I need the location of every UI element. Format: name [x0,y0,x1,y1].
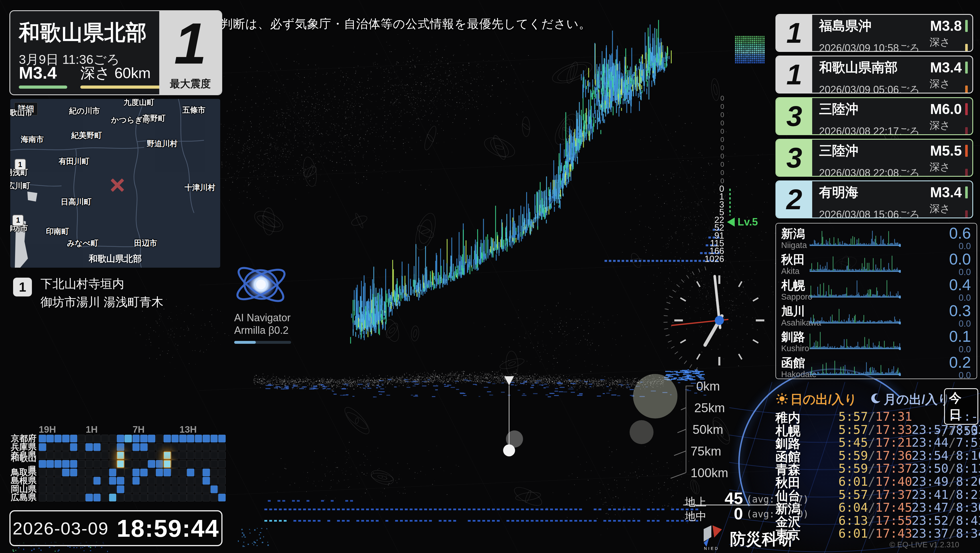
histogram-zero-column: 00000000000 [702,94,724,185]
heatmap-cells [39,435,226,442]
quake-magnitude: M3.4 [930,59,962,76]
map-place-label: 九度山町 [124,99,154,107]
depth-tick [965,127,968,135]
quake-datetime: 2026/03/08 22:17ごろ [819,124,920,135]
quake-magnitude: M3.8 [930,18,962,34]
sun-times: 6:01/17:40 [818,474,912,489]
station-value: 0.6 [933,224,971,242]
sun-times: 5:57/17:33 [818,422,912,437]
event-region-title: 和歌山県北部 [19,19,159,47]
svg-text:NIED: NIED [704,546,719,550]
sun-moon-row: 秋田 6:01/17:40 23:49/8:20 [775,474,978,488]
waveform-sparkline [810,254,901,273]
quake-intensity-badge: 1 [776,15,812,51]
quake-depth: 深さ10km [929,202,962,218]
sun-times: 5:59/17:37 [818,461,912,475]
station-row: 旭川 Asahikawa 0.3 0.0 [780,303,973,329]
quake-list-item[interactable]: 3 三陸沖 M6.0 2026/03/08 22:17ごろ 深さ10km [775,97,973,135]
heatmap-time-label: 19H [39,424,56,435]
quake-list-item[interactable]: 1 福島県沖 M3.8 2026/03/09 10:58ごろ 深さ60km [775,14,973,52]
epicenter-map-inset[interactable]: 詳細 和歌山市紀の川市九度山町かつらぎ町高野町五條市海南市紀美野町野迫川村有田川… [10,99,220,268]
eq-live-dashboard: 和歌山県北部 3月9日 11:36ごろ M3.4 深さ 60km 1 最大震度 [0,0,980,553]
map-place-label: 紀美野町 [71,130,102,140]
heatmap-time-label: 7H [132,424,145,435]
recent-quake-list: 1 福島県沖 M3.8 2026/03/09 10:58ごろ 深さ60km [775,14,973,222]
station-name-romaji: Akita [781,266,799,276]
depth-underline-bar [80,86,166,89]
prefecture-label: 広島県 [5,492,37,504]
depth-tick [965,210,968,218]
lv5-marker: Lv.5 [727,216,758,228]
sun-moon-row: 釧路 5:45/17:21 23:44/7:51 [775,435,978,448]
heatmap-row: 京都府 [5,434,226,443]
quake-list-item[interactable]: 1 和歌山県南部 M3.4 2026/03/09 05:06ごろ 深さ50km [775,56,973,94]
moonrise-moonset-header: 月の出/入り [884,391,950,408]
magnitude-tick [965,62,968,73]
depth-scale-label: 100km [690,466,728,488]
station-row: 函館 Hakodate 0.2 0.0 [780,354,973,380]
sun-times: 6:01/17:43 [818,526,912,540]
clock-time: 18:59:44 [116,514,219,542]
heatmap-cells [39,443,226,451]
depth-scale-label: 75km [690,444,728,466]
map-place-label: 和歌山市 [10,107,33,118]
quake-magnitude: M6.0 [930,101,962,118]
sunrise-sunset-header: 日の出/入り [790,391,857,408]
depth-scale-label: 0km [696,379,728,401]
station-name-kanji: 旭川 [781,303,805,319]
quake-intensity-badge: 3 [776,98,812,134]
heatmap-row: 兵庫県 [5,443,226,451]
epicenter-x-icon [109,177,126,194]
depth-tick [965,86,968,94]
quake-intensity-badge: 1 [776,56,812,92]
below-value: 0 [717,504,743,523]
sun-moon-row: 稚内 5:57/17:31 --:--/7:53 [775,410,978,422]
quake-depth: 深さ50km [929,77,962,94]
magnitude-tick [965,186,968,198]
lv5-dashed-indicator [729,189,731,215]
current-event-panel: 和歌山県北部 3月9日 11:36ごろ M3.4 深さ 60km 1 最大震度 [10,10,222,95]
map-place-label: 十津川村 [185,182,215,193]
moon-icon [870,393,882,405]
report-station-line1: 下北山村寺垣内 [40,276,124,292]
ai-navigator-version: Armilla β0.2 [234,324,289,336]
quake-intensity-badge: 2 [776,181,812,217]
event-depth: 深さ 60km [80,65,166,80]
ai-progress-bar [234,341,291,344]
quake-datetime: 2026/03/09 10:58ごろ [819,41,920,52]
heatmap-cells [39,477,226,484]
station-row: 秋田 Akita 0.0 0.0 [780,251,973,277]
moon-times: 23:52/8:43 [912,513,978,528]
magnitude-tick [965,20,968,32]
copyright-text: © EQ-LIVE v1.2.310 [889,540,959,549]
moon-times: 23:54/8:10 [912,448,978,463]
quake-place: 有明海 [819,183,930,201]
magnitude-underline-bar [19,86,67,89]
below-label: 地中 [685,509,706,524]
station-row: 釧路 Kushiro 0.1 0.0 [780,328,973,354]
quake-list-item[interactable]: 2 有明海 M3.4 2026/03/08 15:06ごろ 深さ10km [775,180,973,218]
quake-place: 三陸沖 [819,100,930,118]
max-intensity-block: 1 最大震度 [159,11,221,94]
heatmap-row: 奈良県 [5,451,226,460]
datetime-clock: 2026-03-09 18:59:44 [10,510,223,546]
sun-moon-row: 函館 5:59/17:36 23:54/8:10 [775,448,978,462]
heatmap-row: 広島県 [5,493,226,502]
heatmap-row: 鳥取県 [5,468,226,477]
map-place-label: みなべ町 [67,238,98,248]
quake-list-item[interactable]: 3 三陸沖 M5.5 2026/03/08 22:08ごろ 深さ10km [775,139,973,177]
max-intensity-label: 最大震度 [159,77,221,91]
waveform-sparkline [810,306,901,324]
moon-times: 23:41/8:21 [912,488,978,502]
heatmap-cells [39,494,226,501]
heatmap-cells [39,451,226,459]
quake-depth: 深さ60km [929,35,962,52]
max-intensity-value: 1 [159,11,221,75]
sun-moon-row: 新潟 6:04/17:45 23:47/8:30 [775,500,978,513]
heatmap-cells [39,485,226,493]
heatmap-row: 和歌山県 [5,460,226,469]
surface-label: 地上 [685,495,706,509]
ai-progress-fill [234,341,256,344]
heatmap-cells [39,460,226,468]
station-name-kanji: 札幌 [781,277,805,293]
